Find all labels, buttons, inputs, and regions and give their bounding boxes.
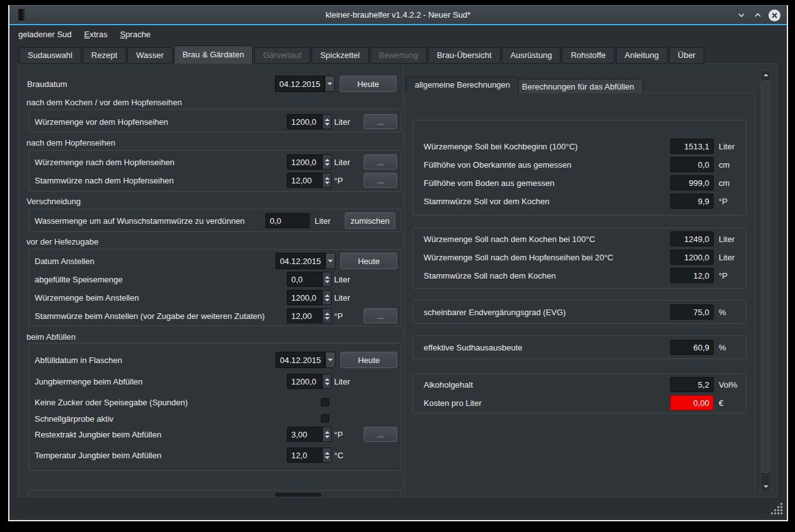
value-field: 1200,0 bbox=[670, 250, 714, 265]
speisemenge-spinbox[interactable]: 0,0 bbox=[287, 272, 332, 287]
chevron-down-icon[interactable] bbox=[325, 253, 335, 269]
wuerzemenge-nach-hopfenseihen-spinbox[interactable]: 1200,0 bbox=[287, 154, 332, 170]
unit-label: °C bbox=[334, 451, 344, 460]
chevron-down-icon[interactable] bbox=[325, 76, 335, 92]
more-button[interactable]: ... bbox=[364, 427, 397, 442]
titlebar: kleiner-brauhelfer v1.4.2.2 - Neuer Sud* bbox=[9, 5, 787, 24]
unit-label: Liter bbox=[719, 253, 734, 262]
row-label: scheinbarer Endvergärungsgrad (EVG) bbox=[424, 308, 566, 317]
scroll-up-icon[interactable] bbox=[761, 71, 770, 79]
menu-geladener-sud[interactable]: geladener Sud bbox=[17, 30, 73, 39]
section-title: nach dem Hopfenseihen bbox=[26, 138, 115, 148]
spin-arrows-icon[interactable] bbox=[323, 448, 332, 463]
maximize-button[interactable] bbox=[752, 9, 763, 21]
unit-label: cm bbox=[719, 160, 729, 170]
row-label: Datum Anstellen bbox=[35, 257, 95, 266]
braudatum-heute-button[interactable]: Heute bbox=[340, 76, 397, 92]
row-label: Stammwürze nach dem Hopfenseihen bbox=[35, 176, 173, 185]
tab-ueber[interactable]: Über bbox=[669, 47, 704, 64]
more-button[interactable]: ... bbox=[364, 173, 397, 188]
close-button[interactable] bbox=[769, 9, 780, 21]
window-title: kleiner-brauhelfer v1.4.2.2 - Neuer Sud* bbox=[9, 10, 787, 20]
tab-gaerverlauf: Gärverlauf bbox=[254, 47, 310, 64]
row-label: Stammwürze Soll vor dem Kochen bbox=[424, 197, 549, 206]
unit-label: °P bbox=[334, 311, 343, 321]
row-label: Alkoholgehalt bbox=[424, 380, 473, 390]
unit-label: Vol% bbox=[719, 380, 738, 390]
value-field: 0,0 bbox=[670, 157, 714, 172]
spin-arrows-icon[interactable] bbox=[323, 308, 332, 323]
section-title: nach dem Kochen / vor dem Hopfenseihen bbox=[26, 98, 182, 108]
wassermenge-field[interactable]: 0,0 bbox=[265, 213, 310, 228]
tab-wasser[interactable]: Wasser bbox=[127, 47, 173, 64]
vertical-scrollbar[interactable] bbox=[760, 70, 771, 492]
schnellgaerprobe-checkbox[interactable] bbox=[321, 415, 329, 423]
row-label: Würzemenge vor dem Hopfenseihen bbox=[35, 117, 168, 127]
wuerzemenge-vor-hopfenseihen-spinbox[interactable]: 1200,0 bbox=[287, 114, 332, 129]
keine-zucker-checkbox[interactable] bbox=[321, 398, 329, 407]
temperatur-jungbier-spinbox[interactable]: 12,0 bbox=[287, 448, 332, 463]
more-button[interactable]: ... bbox=[364, 114, 397, 129]
wuerzemenge-anstellen-spinbox[interactable]: 1200,0 bbox=[287, 290, 332, 305]
tab-brau-uebersicht[interactable]: Brau-Übersicht bbox=[428, 47, 501, 64]
unit-label: Liter bbox=[334, 377, 350, 386]
tab-spickzettel[interactable]: Spickzettel bbox=[311, 47, 369, 64]
spin-arrows-icon[interactable] bbox=[323, 173, 332, 188]
column-divider bbox=[403, 64, 403, 497]
anstellen-heute-button[interactable]: Heute bbox=[340, 253, 397, 269]
zumischen-button[interactable]: zumischen bbox=[345, 212, 395, 229]
main-tabbar: Sudauswahl Rezept Wasser Brau & Gärdaten… bbox=[19, 45, 705, 64]
row-label: Jungbiermenge beim Abfüllen bbox=[35, 377, 142, 386]
row-label: Stammwürze beim Anstellen (vor Zugabe de… bbox=[35, 311, 265, 321]
unit-label: % bbox=[719, 343, 726, 352]
unit-label: °P bbox=[334, 176, 343, 185]
value-field: 9,9 bbox=[670, 194, 714, 209]
menu-sprache[interactable]: Sprache bbox=[119, 30, 151, 39]
clipped-field[interactable] bbox=[276, 493, 321, 497]
row-label: Kosten pro Liter bbox=[424, 398, 482, 408]
tab-sudauswahl[interactable]: Sudauswahl bbox=[19, 47, 81, 64]
value-field: 999,0 bbox=[670, 175, 714, 190]
more-button[interactable]: ... bbox=[364, 308, 397, 323]
row-label: Würzemenge Soll nach dem Hopfenseihen be… bbox=[424, 253, 613, 262]
jungbiermenge-spinbox[interactable]: 1200,0 bbox=[287, 374, 332, 389]
scrollbar-thumb[interactable] bbox=[762, 81, 770, 473]
braudatum-row: Braudatum 04.12.2015 Heute bbox=[18, 76, 403, 92]
spin-arrows-icon[interactable] bbox=[323, 290, 332, 305]
section-title: Verschneidung bbox=[26, 197, 81, 207]
tab-anleitung[interactable]: Anleitung bbox=[616, 47, 668, 64]
group-vor-hefezugabe: Datum Anstellen 04.12.2015 Heute abgefül… bbox=[28, 249, 401, 327]
value-field: 1249,0 bbox=[670, 231, 714, 246]
anstellen-date-combo[interactable]: 04.12.2015 bbox=[276, 253, 335, 269]
unit-label: °P bbox=[334, 430, 343, 439]
spin-arrows-icon[interactable] bbox=[323, 154, 332, 170]
tab-ausruestung[interactable]: Ausrüstung bbox=[502, 47, 561, 64]
value-field: 5,2 bbox=[670, 377, 714, 392]
more-button[interactable]: ... bbox=[364, 154, 397, 170]
spin-arrows-icon[interactable] bbox=[323, 427, 332, 442]
unit-label: € bbox=[719, 398, 723, 408]
value-field: 75,0 bbox=[670, 304, 714, 320]
spin-arrows-icon[interactable] bbox=[323, 272, 332, 287]
tab-berechnungen-abfuellen[interactable]: Berechnungen für das Abfüllen bbox=[513, 79, 643, 93]
tab-rohstoffe[interactable]: Rohstoffe bbox=[562, 47, 614, 64]
row-label: Abfülldatum in Flaschen bbox=[35, 356, 122, 365]
restextrakt-spinbox[interactable]: 3,00 bbox=[287, 427, 332, 442]
unit-label: Liter bbox=[334, 275, 350, 284]
tab-rezept[interactable]: Rezept bbox=[83, 47, 126, 64]
menu-extras[interactable]: Extras bbox=[83, 30, 109, 39]
tab-allgemeine-berechnungen[interactable]: allgemeine Berechnungen bbox=[406, 77, 519, 93]
minimize-button[interactable] bbox=[736, 9, 747, 21]
abfuelldatum-heute-button[interactable]: Heute bbox=[340, 352, 397, 368]
resize-grip-icon[interactable] bbox=[770, 503, 783, 518]
spin-arrows-icon[interactable] bbox=[323, 374, 332, 389]
scroll-down-icon[interactable] bbox=[761, 482, 770, 491]
abfuelldatum-date-combo[interactable]: 04.12.2015 bbox=[276, 352, 335, 368]
braudatum-date-combo[interactable]: 04.12.2015 bbox=[275, 76, 335, 92]
spin-arrows-icon[interactable] bbox=[323, 114, 332, 129]
group-verschneidung: Wassermenge um auf Wunschstammwürze zu v… bbox=[28, 209, 401, 232]
stammwuerze-anstellen-spinbox[interactable]: 12,00 bbox=[287, 308, 332, 323]
chevron-down-icon[interactable] bbox=[325, 352, 335, 368]
stammwuerze-nach-hopfenseihen-spinbox[interactable]: 12,00 bbox=[287, 173, 332, 188]
tab-brau-gaerdaten[interactable]: Brau & Gärdaten bbox=[174, 45, 253, 64]
